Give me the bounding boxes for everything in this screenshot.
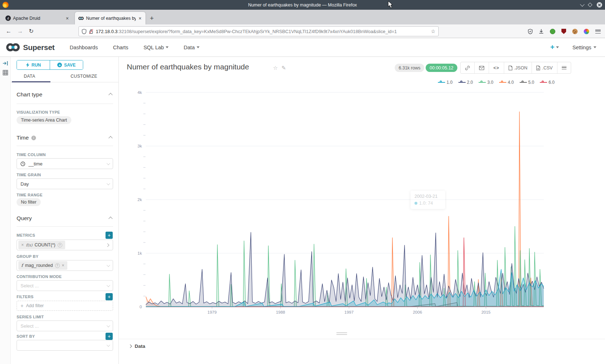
section-time[interactable]: Time i xyxy=(17,135,36,141)
data-panel-toggle[interactable]: Data xyxy=(119,339,605,353)
x-axis-tick-label: 1997 xyxy=(344,310,354,314)
tab-superset-explore[interactable]: Numer of earthquakes by × xyxy=(75,12,145,24)
tab-data[interactable]: DATA xyxy=(24,74,35,79)
metric-control[interactable]: × f(x) COUNT(*) ? xyxy=(17,240,113,250)
add-metric-button[interactable]: + xyxy=(106,232,113,239)
chevron-down-icon xyxy=(107,263,110,267)
window-maximize-button[interactable] xyxy=(588,3,592,7)
email-button[interactable] xyxy=(475,62,489,73)
remove-icon[interactable]: × xyxy=(21,242,24,247)
info-icon: i xyxy=(31,136,36,140)
y-axis-tick-label: 1k xyxy=(138,251,142,255)
browser-menu-icon[interactable] xyxy=(595,29,601,33)
nav-item-charts[interactable]: Charts xyxy=(113,45,129,50)
viz-type-pill[interactable]: Time-series Area Chart xyxy=(17,116,71,124)
x-axis-tick-label: 1979 xyxy=(207,310,217,314)
nav-item-data[interactable]: Data xyxy=(184,45,200,50)
export-json-button[interactable]: .JSON xyxy=(504,62,532,73)
time-column-select[interactable]: __time xyxy=(17,158,113,169)
legend-item-3.0[interactable]: 3.0 xyxy=(479,80,493,85)
superset-logo[interactable]: Superset xyxy=(6,43,54,52)
group-by-chip[interactable]: f mag_rounded ? × xyxy=(18,261,67,270)
divider xyxy=(17,146,113,146)
section-query[interactable]: Query xyxy=(17,215,32,222)
chevron-up-icon[interactable] xyxy=(108,93,112,97)
embed-code-button[interactable]: <> xyxy=(489,62,504,73)
legend-item-4.0[interactable]: 4.0 xyxy=(499,80,514,85)
export-csv-button[interactable]: .CSV xyxy=(532,62,557,73)
downloads-icon[interactable] xyxy=(539,29,544,34)
legend-item-1.0[interactable]: 1.0 xyxy=(438,80,453,85)
legend-label: 2.0 xyxy=(467,80,473,85)
panel-resize-handle[interactable] xyxy=(336,332,347,336)
file-icon xyxy=(508,65,512,70)
divider xyxy=(17,226,113,227)
run-button[interactable]: RUN xyxy=(17,60,50,69)
section-chart-type[interactable]: Chart type xyxy=(17,91,42,98)
window-minimize-button[interactable] xyxy=(580,2,585,7)
collapse-panel-icon[interactable] xyxy=(3,60,8,66)
y-axis-tick-label: 0 xyxy=(140,305,142,309)
superset-navbar: Superset Dashboards Charts SQL Lab Data … xyxy=(0,38,605,57)
extension-green-icon[interactable] xyxy=(550,29,555,34)
chevron-up-icon[interactable] xyxy=(108,217,112,220)
help-icon: ? xyxy=(55,263,60,268)
nav-item-dashboards[interactable]: Dashboards xyxy=(70,45,98,50)
chart-menu-button[interactable] xyxy=(557,62,571,73)
settings-menu[interactable]: Settings xyxy=(573,45,596,50)
tab-label: Apache Druid xyxy=(13,16,63,21)
legend-item-2.0[interactable]: 2.0 xyxy=(458,80,473,85)
timeseries-area-chart[interactable]: 01k2k3k4k19791988199720062015 xyxy=(119,86,605,324)
url-bar[interactable]: 172.18.0.3:32108/superset/explore/?form_… xyxy=(79,26,439,36)
add-filter-plus-button[interactable]: + xyxy=(106,293,113,300)
chart-title: Numer of earthquakes by magnitude xyxy=(127,63,249,71)
favorite-star-icon[interactable]: ☆ xyxy=(273,65,278,71)
chart-legend: 1.02.03.04.05.06.0 xyxy=(438,80,555,85)
save-button[interactable]: + SAVE xyxy=(50,60,83,69)
tab-close-icon[interactable]: × xyxy=(138,15,142,21)
tab-apache-druid[interactable]: d Apache Druid × xyxy=(2,12,73,24)
contribution-mode-select[interactable]: Select ... xyxy=(17,280,113,291)
back-button[interactable]: ← xyxy=(6,28,12,35)
chevron-down-icon xyxy=(107,161,110,165)
edit-properties-icon[interactable]: ✎ xyxy=(281,65,286,71)
color-asterisk-extension-icon[interactable] xyxy=(584,29,589,34)
dataset-grid-icon[interactable] xyxy=(3,70,8,76)
pocket-icon[interactable] xyxy=(528,29,533,34)
legend-marker-icon xyxy=(458,81,466,84)
copy-link-button[interactable] xyxy=(461,62,475,73)
add-filter-box[interactable]: + Add filter xyxy=(17,301,113,311)
time-grain-select[interactable]: Day xyxy=(17,178,113,189)
chevron-up-icon[interactable] xyxy=(108,136,112,140)
insecure-lock-icon[interactable] xyxy=(89,29,93,34)
series-limit-select[interactable]: Select ... xyxy=(17,320,113,331)
tab-close-icon[interactable]: × xyxy=(65,15,70,21)
remove-icon[interactable]: × xyxy=(62,263,64,268)
bookmark-star-icon[interactable]: ☆ xyxy=(431,28,435,34)
column-icon: f xyxy=(21,263,23,268)
chevron-down-icon xyxy=(107,283,110,287)
tab-customize[interactable]: CUSTOMIZE xyxy=(71,74,97,79)
cookie-extension-icon[interactable] xyxy=(572,29,578,34)
metric-chip[interactable]: × f(x) COUNT(*) ? xyxy=(18,241,65,249)
time-range-pill[interactable]: No filter xyxy=(17,198,41,206)
clock-icon xyxy=(21,161,25,166)
window-close-button[interactable] xyxy=(597,2,602,8)
ublock-shield-icon[interactable] xyxy=(561,29,566,34)
add-sort-by-button[interactable]: + xyxy=(106,333,113,340)
forward-button[interactable]: → xyxy=(17,28,23,35)
new-tab-button[interactable]: + xyxy=(150,14,154,24)
tracking-shield-icon[interactable] xyxy=(82,29,86,34)
legend-item-6.0[interactable]: 6.0 xyxy=(540,80,555,85)
reload-button[interactable]: ↻ xyxy=(29,28,33,35)
nav-item-sql-lab[interactable]: SQL Lab xyxy=(143,45,169,50)
url-text[interactable]: 172.18.0.3:32108/superset/explore/?form_… xyxy=(96,29,431,34)
chevron-right-icon[interactable] xyxy=(106,243,109,247)
group-by-select[interactable]: f mag_rounded ? × xyxy=(17,260,113,271)
sort-by-select[interactable] xyxy=(17,340,113,351)
new-item-button[interactable]: + xyxy=(550,43,559,51)
panel-tabs: DATA CUSTOMIZE xyxy=(11,73,119,82)
group-by-label: GROUP BY xyxy=(17,254,39,259)
caret-down-icon xyxy=(593,46,596,48)
legend-item-5.0[interactable]: 5.0 xyxy=(520,80,534,85)
